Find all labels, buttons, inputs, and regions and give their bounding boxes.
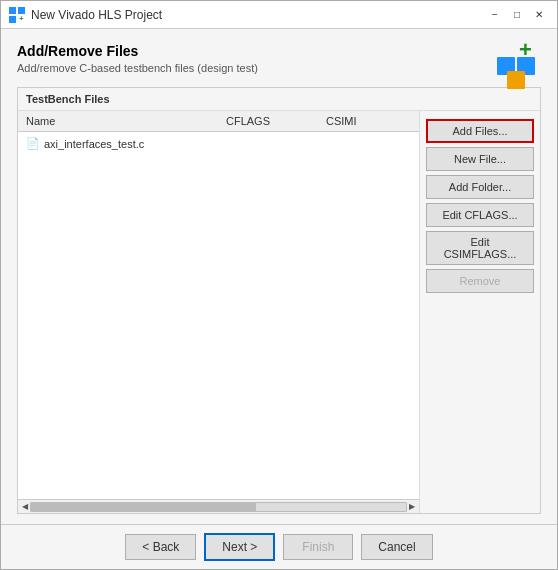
app-icon: +: [9, 7, 25, 23]
table-body[interactable]: 📄 axi_interfaces_test.c: [18, 132, 419, 499]
svg-rect-0: [9, 7, 16, 14]
column-cflags-header: CFLAGS: [226, 115, 326, 127]
scroll-thumb[interactable]: [31, 503, 256, 511]
content-area: Add/Remove Files Add/remove C-based test…: [1, 29, 557, 524]
bottom-bar: < Back Next > Finish Cancel: [1, 524, 557, 569]
action-buttons-panel: Add Files... New File... Add Folder... E…: [420, 111, 540, 513]
scroll-track[interactable]: [30, 502, 407, 512]
close-button[interactable]: ✕: [529, 5, 549, 25]
svg-rect-2: [9, 16, 16, 23]
remove-button[interactable]: Remove: [426, 269, 534, 293]
page-title: Add/Remove Files: [17, 43, 258, 59]
title-bar: + New Vivado HLS Project − □ ✕: [1, 1, 557, 29]
svg-text:+: +: [19, 14, 24, 23]
horizontal-scrollbar[interactable]: ◀ ▶: [18, 499, 419, 513]
window: + New Vivado HLS Project − □ ✕ Add/Remov…: [0, 0, 558, 570]
main-panel: TestBench Files Name CFLAGS CSIMI 📄 axi_…: [17, 87, 541, 514]
file-icon: 📄: [26, 137, 40, 150]
file-table-area: Name CFLAGS CSIMI 📄 axi_interfaces_test.…: [18, 111, 420, 513]
title-bar-controls: − □ ✕: [485, 5, 549, 25]
table-header: Name CFLAGS CSIMI: [18, 111, 419, 132]
add-folder-button[interactable]: Add Folder...: [426, 175, 534, 199]
table-row[interactable]: 📄 axi_interfaces_test.c: [18, 134, 419, 153]
svg-rect-1: [18, 7, 25, 14]
cancel-button[interactable]: Cancel: [361, 534, 432, 560]
finish-button[interactable]: Finish: [283, 534, 353, 560]
scroll-left-arrow[interactable]: ◀: [20, 502, 30, 511]
maximize-button[interactable]: □: [507, 5, 527, 25]
hls-logo-svg: +: [497, 43, 549, 91]
add-files-button[interactable]: Add Files...: [426, 119, 534, 143]
minimize-button[interactable]: −: [485, 5, 505, 25]
column-csimi-header: CSIMI: [326, 115, 406, 127]
next-button[interactable]: Next >: [204, 533, 275, 561]
panel-title: TestBench Files: [18, 88, 540, 111]
file-name: axi_interfaces_test.c: [44, 138, 144, 150]
page-header: Add/Remove Files Add/remove C-based test…: [17, 43, 541, 87]
edit-cflags-button[interactable]: Edit CFLAGS...: [426, 203, 534, 227]
title-bar-left: + New Vivado HLS Project: [9, 7, 162, 23]
page-subtitle: Add/remove C-based testbench files (desi…: [17, 62, 258, 74]
back-button[interactable]: < Back: [125, 534, 196, 560]
panel-body: Name CFLAGS CSIMI 📄 axi_interfaces_test.…: [18, 111, 540, 513]
hls-logo-icon: +: [497, 43, 541, 87]
scroll-right-arrow[interactable]: ▶: [407, 502, 417, 511]
new-file-button[interactable]: New File...: [426, 147, 534, 171]
column-name-header: Name: [26, 115, 226, 127]
edit-csimflags-button[interactable]: Edit CSIMFLAGS...: [426, 231, 534, 265]
header-text: Add/Remove Files Add/remove C-based test…: [17, 43, 258, 86]
window-title: New Vivado HLS Project: [31, 8, 162, 22]
svg-rect-7: [507, 71, 525, 89]
